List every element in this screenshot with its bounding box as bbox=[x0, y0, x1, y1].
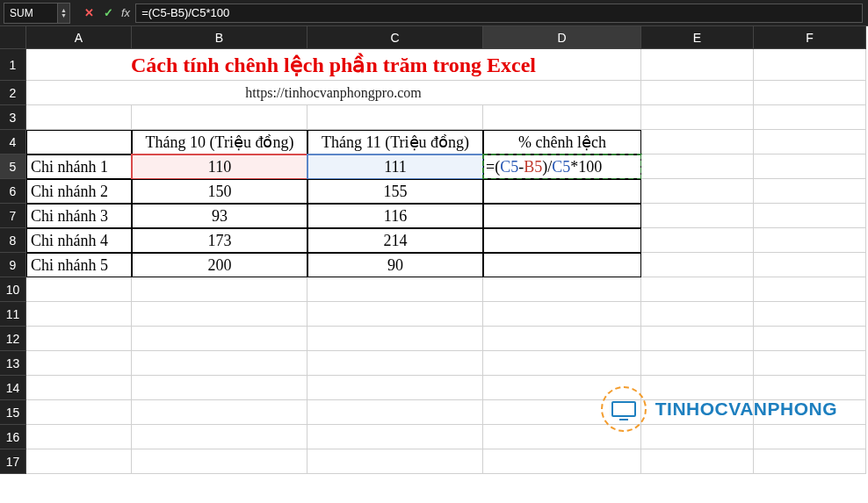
enter-icon[interactable]: ✓ bbox=[98, 6, 118, 19]
cell-a3[interactable] bbox=[26, 105, 132, 130]
cell-e3[interactable] bbox=[641, 105, 754, 130]
cell-e2[interactable] bbox=[641, 81, 754, 105]
cell-d14[interactable] bbox=[483, 376, 641, 400]
cell-e14[interactable] bbox=[641, 376, 754, 400]
cell-b17[interactable] bbox=[132, 449, 307, 474]
cell-e8[interactable] bbox=[641, 228, 754, 253]
cell-f17[interactable] bbox=[754, 449, 866, 474]
col-header-d[interactable]: D bbox=[483, 26, 641, 49]
cell-b13[interactable] bbox=[132, 351, 307, 376]
cell-f1[interactable] bbox=[754, 49, 866, 81]
cell-c17[interactable] bbox=[307, 449, 483, 474]
cell-d9[interactable] bbox=[483, 253, 641, 277]
cell-a8[interactable]: Chi nhánh 4 bbox=[26, 228, 132, 253]
cell-e10[interactable] bbox=[641, 277, 754, 302]
cell-c15[interactable] bbox=[307, 400, 483, 425]
cell-d15[interactable] bbox=[483, 400, 641, 425]
cell-f10[interactable] bbox=[754, 277, 866, 302]
cell-f6[interactable] bbox=[754, 179, 866, 204]
cell-a12[interactable] bbox=[26, 327, 132, 351]
cell-e16[interactable] bbox=[641, 425, 754, 449]
cancel-icon[interactable]: ✕ bbox=[79, 6, 98, 19]
cell-b7[interactable]: 93 bbox=[132, 204, 307, 228]
cell-d11[interactable] bbox=[483, 302, 641, 327]
cell-f13[interactable] bbox=[754, 351, 866, 376]
cell-d6[interactable] bbox=[483, 179, 641, 204]
row-header-15[interactable]: 15 bbox=[0, 400, 26, 425]
cell-b5[interactable]: 110 bbox=[132, 154, 307, 179]
cell-c8[interactable]: 214 bbox=[307, 228, 483, 253]
cell-a11[interactable] bbox=[26, 302, 132, 327]
cell-f12[interactable] bbox=[754, 327, 866, 351]
cell-d10[interactable] bbox=[483, 277, 641, 302]
cell-a9[interactable]: Chi nhánh 5 bbox=[26, 253, 132, 277]
cell-a15[interactable] bbox=[26, 400, 132, 425]
cell-d7[interactable] bbox=[483, 204, 641, 228]
row-header-14[interactable]: 14 bbox=[0, 376, 26, 400]
cell-d13[interactable] bbox=[483, 351, 641, 376]
cell-c16[interactable] bbox=[307, 425, 483, 449]
cell-a14[interactable] bbox=[26, 376, 132, 400]
cell-e15[interactable] bbox=[641, 400, 754, 425]
cell-b12[interactable] bbox=[132, 327, 307, 351]
row-header-16[interactable]: 16 bbox=[0, 425, 26, 449]
cell-c13[interactable] bbox=[307, 351, 483, 376]
cell-b9[interactable]: 200 bbox=[132, 253, 307, 277]
cell-d8[interactable] bbox=[483, 228, 641, 253]
title-cell[interactable]: Cách tính chênh lệch phần trăm trong Exc… bbox=[26, 49, 641, 81]
cell-c6[interactable]: 155 bbox=[307, 179, 483, 204]
cell-c12[interactable] bbox=[307, 327, 483, 351]
cell-b3[interactable] bbox=[132, 105, 307, 130]
cell-d12[interactable] bbox=[483, 327, 641, 351]
cell-f2[interactable] bbox=[754, 81, 866, 105]
cell-a4[interactable] bbox=[26, 130, 132, 154]
cell-f15[interactable] bbox=[754, 400, 866, 425]
cell-c11[interactable] bbox=[307, 302, 483, 327]
cell-f9[interactable] bbox=[754, 253, 866, 277]
cell-a17[interactable] bbox=[26, 449, 132, 474]
cell-e6[interactable] bbox=[641, 179, 754, 204]
col-header-f[interactable]: F bbox=[754, 26, 866, 49]
cell-b6[interactable]: 150 bbox=[132, 179, 307, 204]
col-header-c[interactable]: C bbox=[307, 26, 483, 49]
cell-d17[interactable] bbox=[483, 449, 641, 474]
cell-a13[interactable] bbox=[26, 351, 132, 376]
cell-f5[interactable] bbox=[754, 154, 866, 179]
row-header-11[interactable]: 11 bbox=[0, 302, 26, 327]
row-header-13[interactable]: 13 bbox=[0, 351, 26, 376]
subtitle-cell[interactable]: https://tinhocvanphongpro.com bbox=[26, 81, 641, 105]
name-box[interactable]: SUM bbox=[4, 3, 58, 24]
cell-e1[interactable] bbox=[641, 49, 754, 81]
cell-f7[interactable] bbox=[754, 204, 866, 228]
cell-e9[interactable] bbox=[641, 253, 754, 277]
row-header-5[interactable]: 5 bbox=[0, 154, 26, 179]
cell-a10[interactable] bbox=[26, 277, 132, 302]
cell-a7[interactable]: Chi nhánh 3 bbox=[26, 204, 132, 228]
row-header-7[interactable]: 7 bbox=[0, 204, 26, 228]
cell-f3[interactable] bbox=[754, 105, 866, 130]
cell-d3[interactable] bbox=[483, 105, 641, 130]
row-header-3[interactable]: 3 bbox=[0, 105, 26, 130]
cell-a16[interactable] bbox=[26, 425, 132, 449]
cell-e5[interactable] bbox=[641, 154, 754, 179]
cell-b15[interactable] bbox=[132, 400, 307, 425]
cell-b11[interactable] bbox=[132, 302, 307, 327]
select-all-corner[interactable] bbox=[0, 26, 26, 49]
col-header-a[interactable]: A bbox=[26, 26, 132, 49]
name-box-stepper[interactable]: ▲ ▼ bbox=[58, 3, 70, 24]
header-c4[interactable]: Tháng 11 (Triệu đồng) bbox=[307, 130, 483, 154]
cell-f16[interactable] bbox=[754, 425, 866, 449]
cell-c10[interactable] bbox=[307, 277, 483, 302]
cell-e13[interactable] bbox=[641, 351, 754, 376]
cell-c7[interactable]: 116 bbox=[307, 204, 483, 228]
cell-f14[interactable] bbox=[754, 376, 866, 400]
cell-d16[interactable] bbox=[483, 425, 641, 449]
cell-b10[interactable] bbox=[132, 277, 307, 302]
formula-input[interactable]: =(C5-B5)/C5*100 bbox=[135, 4, 863, 23]
cell-a6[interactable]: Chi nhánh 2 bbox=[26, 179, 132, 204]
header-d4[interactable]: % chênh lệch bbox=[483, 130, 641, 154]
cell-c3[interactable] bbox=[307, 105, 483, 130]
cell-a5[interactable]: Chi nhánh 1 bbox=[26, 154, 132, 179]
row-header-17[interactable]: 17 bbox=[0, 449, 26, 474]
col-header-e[interactable]: E bbox=[641, 26, 754, 49]
